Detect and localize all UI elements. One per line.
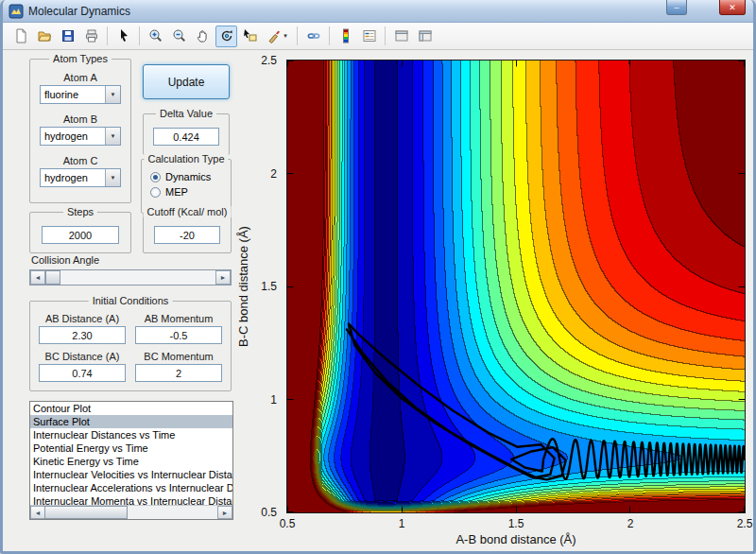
x-tick-label: 0.5 (280, 517, 296, 530)
save-button[interactable] (57, 26, 78, 47)
mep-radio-row[interactable]: MEP (150, 186, 231, 198)
bc-distance-input[interactable] (39, 364, 126, 382)
plot-list-item[interactable]: Potential Energy vs Time (30, 441, 232, 455)
plot-list-item[interactable]: Internuclear Distances vs Time (30, 428, 232, 441)
data-cursor-icon (243, 28, 258, 43)
pan-button[interactable] (192, 26, 214, 47)
zoom-out-icon (172, 28, 187, 43)
show-plot-tools-button[interactable] (414, 26, 436, 47)
hscroll-thumb[interactable] (44, 506, 128, 519)
plot-list-item[interactable]: Internuclear Velocities vs Internuclear … (30, 468, 232, 481)
update-button[interactable]: Update (143, 64, 230, 99)
atom-a-label: Atom A (30, 72, 130, 83)
rotate-3d-button[interactable] (215, 26, 237, 47)
plot-list-item[interactable]: Internuclear Momenta vs Internuclear Dis… (30, 494, 232, 505)
save-floppy-icon (60, 28, 76, 43)
delta-value-panel: Delta Value (143, 113, 230, 155)
hscroll-left-arrow[interactable]: ◄ (30, 506, 45, 519)
app-icon (9, 4, 24, 19)
dynamics-radio-row[interactable]: Dynamics (150, 171, 231, 182)
steps-title: Steps (63, 206, 97, 217)
close-glyph: ✕ (729, 3, 736, 12)
collision-angle-label: Collision Angle (31, 254, 99, 266)
printer-icon (84, 28, 99, 43)
zoom-in-button[interactable] (145, 26, 166, 47)
update-button-label: Update (168, 76, 205, 89)
insert-colorbar-button[interactable] (335, 26, 356, 47)
link-plots-icon (306, 28, 321, 43)
atom-b-label: Atom B (30, 113, 130, 125)
x-tick-label: 1.5 (508, 517, 524, 530)
bc-momentum-input[interactable] (135, 364, 222, 382)
hide-plot-tools-button[interactable] (390, 26, 412, 47)
link-plots-button[interactable] (302, 26, 324, 47)
toolbar-separator (107, 26, 108, 45)
initial-conditions-panel: Initial Conditions AB Distance (A) AB Mo… (29, 301, 232, 391)
x-tick-label: 2 (627, 517, 634, 530)
pan-hand-icon (196, 28, 211, 43)
x-axis-tick-labels: 0.511.522.5 (287, 517, 745, 530)
plot-list-item[interactable]: Surface Plot (30, 415, 232, 428)
plot-type-listbox[interactable]: Contour PlotSurface PlotInternuclear Dis… (29, 401, 233, 520)
dropdown-arrow-icon[interactable]: ▼ (105, 169, 120, 186)
atom-c-dropdown[interactable]: hydrogen ▼ (40, 168, 121, 187)
minimize-glyph: – (674, 3, 679, 12)
plot-list-item[interactable]: Internuclear Accelerations vs Internucle… (30, 481, 232, 494)
zoom-in-icon (148, 28, 163, 43)
legend-icon (362, 28, 377, 43)
colorbar-icon (338, 28, 353, 43)
atom-a-dropdown[interactable]: fluorine ▼ (40, 85, 121, 104)
cutoff-input[interactable] (154, 226, 220, 244)
slider-left-arrow[interactable]: ◄ (30, 270, 45, 285)
ab-distance-input[interactable] (39, 326, 126, 344)
brush-button[interactable]: ▾ (263, 26, 292, 47)
x-tick-label: 2.5 (737, 517, 753, 530)
initial-conditions-title: Initial Conditions (89, 295, 173, 306)
plot-list-item[interactable]: Contour Plot (30, 402, 232, 415)
toolbar-separator (385, 26, 386, 45)
cutoff-title: Cutoff (Kcal/ mol) (144, 206, 232, 217)
listbox-hscrollbar[interactable]: ◄ ► (30, 505, 232, 519)
hide-plot-tools-icon (394, 28, 409, 43)
toolbar-separator (297, 26, 298, 45)
y-axis-label: B-C bond distance (Å) (236, 192, 251, 381)
print-button[interactable] (80, 26, 102, 47)
x-tick-label: 1 (399, 517, 405, 530)
dropdown-arrow-icon[interactable]: ▼ (105, 128, 120, 145)
x-axis-label: A-B bond distance (Å) (286, 532, 746, 546)
minimize-button[interactable]: – (666, 0, 687, 15)
open-button[interactable] (33, 26, 55, 47)
bc-momentum-label: BC Momentum (134, 351, 223, 362)
y-tick-label: 1.5 (261, 280, 277, 293)
atom-c-label: Atom C (30, 155, 130, 166)
hscroll-right-arrow[interactable]: ► (217, 506, 232, 519)
data-cursor-button[interactable] (239, 26, 261, 47)
collision-angle-slider[interactable]: ◄ ► (29, 269, 232, 286)
toolbar-separator (329, 26, 330, 45)
zoom-out-button[interactable] (168, 26, 190, 47)
delta-value-input[interactable] (153, 128, 219, 146)
slider-right-arrow[interactable]: ► (215, 270, 231, 285)
atom-b-dropdown[interactable]: hydrogen ▼ (40, 127, 121, 146)
dropdown-arrow-icon[interactable]: ▼ (105, 86, 120, 103)
mep-radio[interactable] (150, 187, 161, 198)
y-tick-label: 2 (270, 167, 277, 181)
new-button[interactable] (9, 26, 31, 47)
plot-list-item[interactable]: Kinetic Energy vs Time (30, 455, 232, 468)
rotate-3d-icon (219, 28, 234, 43)
slider-thumb[interactable] (45, 270, 60, 285)
ab-momentum-input[interactable] (135, 326, 222, 344)
toolbar-separator (139, 26, 140, 45)
insert-legend-button[interactable] (358, 26, 380, 47)
steps-input[interactable] (42, 226, 119, 244)
close-button[interactable]: ✕ (719, 0, 746, 15)
titlebar[interactable]: Molecular Dynamics – ✕ (3, 0, 753, 23)
contour-plot-canvas[interactable] (287, 61, 745, 512)
steps-panel: Steps (29, 212, 131, 253)
dynamics-radio-label: Dynamics (165, 171, 211, 182)
dynamics-radio[interactable] (150, 172, 161, 182)
figure-client-area: Atom Types Atom A fluorine ▼ Atom B hydr… (3, 50, 753, 551)
delta-value-title: Delta Value (156, 108, 216, 119)
edit-cursor-button[interactable] (112, 26, 134, 47)
ab-distance-label: AB Distance (A) (38, 313, 127, 324)
